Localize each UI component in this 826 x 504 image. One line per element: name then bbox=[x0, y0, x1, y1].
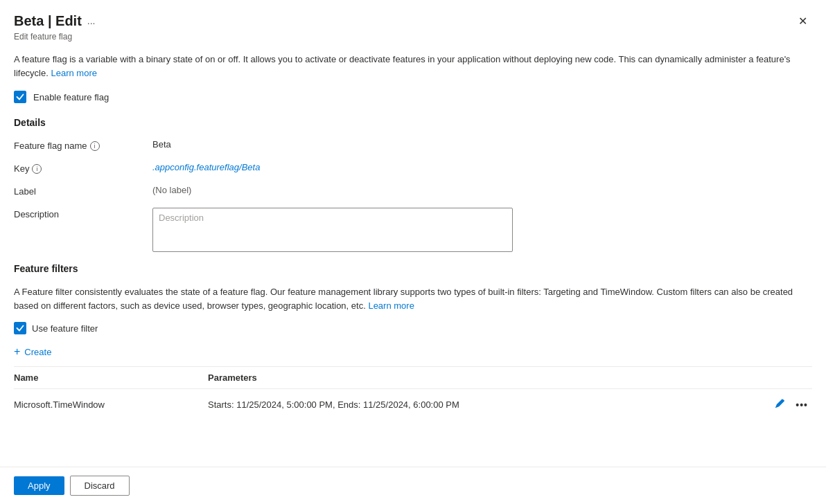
key-value: .appconfig.featureflag/Beta bbox=[152, 162, 260, 172]
learn-more-link-filters[interactable]: Learn more bbox=[368, 300, 414, 311]
use-filter-row: Use feature filter bbox=[14, 322, 812, 334]
edit-panel: Beta | Edit ... ✕ Edit feature flag A fe… bbox=[0, 0, 826, 504]
filter-actions-cell: ••• bbox=[771, 389, 812, 421]
edit-filter-button[interactable] bbox=[771, 396, 789, 413]
col-params-header: Parameters bbox=[208, 367, 771, 389]
create-filter-button[interactable]: + Create bbox=[14, 345, 812, 358]
label-label: Label bbox=[14, 185, 152, 197]
filters-info-text: A Feature filter consistently evaluates … bbox=[14, 285, 812, 312]
label-value: (No label) bbox=[152, 185, 191, 195]
feature-filters-section: Feature filters A Feature filter consist… bbox=[14, 263, 812, 420]
description-label: Description bbox=[14, 208, 152, 219]
label-row: Label (No label) bbox=[14, 185, 812, 197]
enable-feature-flag-checkbox[interactable] bbox=[14, 91, 26, 103]
more-actions-button[interactable]: ••• bbox=[791, 397, 812, 413]
feature-flag-name-info-icon[interactable]: i bbox=[90, 141, 100, 151]
feature-filters-title: Feature filters bbox=[14, 263, 812, 274]
plus-icon: + bbox=[14, 345, 20, 358]
filter-name-cell: Microsoft.TimeWindow bbox=[14, 389, 208, 421]
create-label: Create bbox=[24, 347, 51, 357]
use-feature-filter-checkbox[interactable] bbox=[14, 322, 26, 334]
details-section-title: Details bbox=[14, 117, 812, 128]
description-row: Description bbox=[14, 208, 812, 252]
key-info-icon[interactable]: i bbox=[32, 164, 42, 174]
panel-content: A feature flag is a variable with a bina… bbox=[0, 42, 826, 467]
key-row: Key i .appconfig.featureflag/Beta bbox=[14, 162, 812, 174]
learn-more-link-intro[interactable]: Learn more bbox=[51, 68, 96, 78]
panel-title: Beta | Edit bbox=[14, 13, 82, 29]
description-input[interactable] bbox=[152, 208, 513, 252]
table-row: Microsoft.TimeWindow Starts: 11/25/2024,… bbox=[14, 389, 812, 421]
feature-flag-name-value: Beta bbox=[152, 139, 171, 150]
enable-feature-flag-row: Enable feature flag bbox=[14, 91, 812, 103]
panel-subtitle: Edit feature flag bbox=[14, 32, 812, 42]
feature-flag-name-row: Feature flag name i Beta bbox=[14, 139, 812, 151]
panel-footer: Apply Discard bbox=[0, 467, 826, 504]
key-label: Key i bbox=[14, 162, 152, 174]
use-feature-filter-label: Use feature filter bbox=[32, 323, 98, 334]
filter-table: Name Parameters Microsoft.TimeWindow Sta… bbox=[14, 366, 812, 420]
discard-button[interactable]: Discard bbox=[70, 476, 130, 496]
intro-text: A feature flag is a variable with a bina… bbox=[14, 53, 812, 80]
close-button[interactable]: ✕ bbox=[793, 11, 812, 30]
panel-title-ellipsis[interactable]: ... bbox=[87, 15, 96, 26]
apply-button[interactable]: Apply bbox=[14, 476, 64, 495]
col-name-header: Name bbox=[14, 367, 208, 389]
filter-params-cell: Starts: 11/25/2024, 5:00:00 PM, Ends: 11… bbox=[208, 389, 771, 421]
panel-header: Beta | Edit ... ✕ Edit feature flag bbox=[0, 0, 826, 42]
enable-feature-flag-label: Enable feature flag bbox=[33, 92, 109, 102]
feature-flag-name-label: Feature flag name i bbox=[14, 139, 152, 151]
